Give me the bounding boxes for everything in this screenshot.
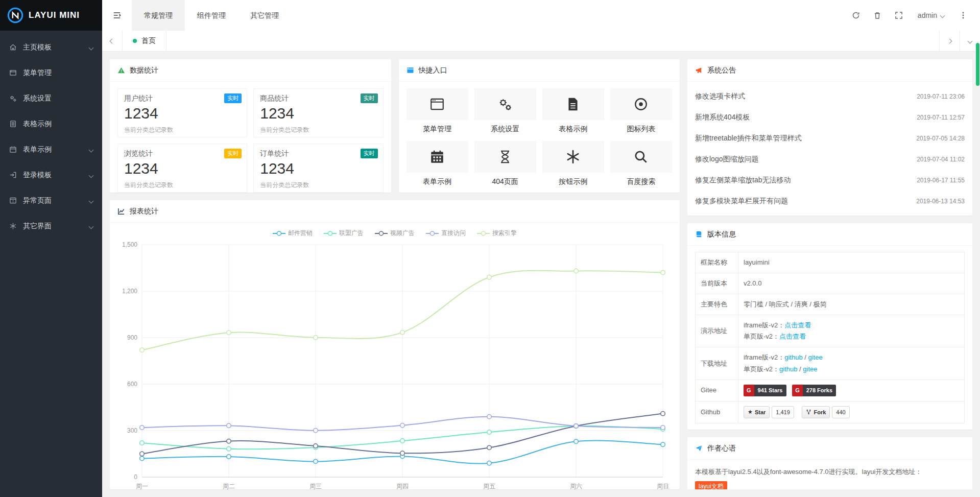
- shortcut-icon-list[interactable]: 图标列表: [610, 88, 672, 134]
- legend-item[interactable]: 搜索引擎: [477, 229, 517, 238]
- version-row-label: 演示地址: [696, 315, 738, 347]
- legend-item[interactable]: 视频广告: [375, 229, 415, 238]
- logo-icon: [7, 7, 23, 23]
- github-fork-count: 440: [832, 406, 849, 419]
- shortcut-baidu-search[interactable]: 百度搜索: [610, 141, 672, 186]
- gears-icon: [497, 97, 513, 112]
- stat-panel-views: 浏览统计 实时 1234 当前分类总记录数: [117, 144, 247, 193]
- user-menu[interactable]: admin: [910, 11, 952, 19]
- notice-item[interactable]: 修改选项卡样式 2019-07-11 23:06: [695, 86, 965, 107]
- shortcut-button-example[interactable]: 按钮示例: [542, 141, 604, 186]
- sidebar-item-menu-management[interactable]: 菜单管理: [0, 60, 102, 86]
- fullscreen-icon[interactable]: [888, 0, 910, 31]
- stat-value: 1234: [260, 160, 376, 177]
- version-row-label: 框架名称: [696, 252, 738, 273]
- window-icon: [9, 69, 17, 77]
- notice-item[interactable]: 修改logo图缩放问题 2019-07-04 11:02: [695, 149, 965, 170]
- scrollbar-thumb[interactable]: [976, 43, 979, 86]
- stats-card-header: 数据统计: [110, 59, 391, 82]
- version-card-title: 版本信息: [707, 230, 736, 239]
- svg-text:周五: 周五: [483, 483, 495, 489]
- shortcut-system-settings[interactable]: 系统设置: [474, 88, 536, 134]
- notice-text: 修改选项卡样式: [695, 92, 745, 101]
- author-text: 本模板基于layui2.5.4以及font-awesome-4.7.0进行实现。…: [687, 460, 972, 489]
- username: admin: [918, 11, 937, 19]
- top-tab-other-management[interactable]: 其它管理: [238, 0, 291, 31]
- sidebar-item-label: 菜单管理: [23, 68, 93, 78]
- separator: /: [804, 353, 806, 361]
- notice-date: 2019-06-17 11:55: [917, 177, 965, 184]
- shortcut-label: 图标列表: [610, 125, 672, 134]
- sidebar-menu: 主页模板 菜单管理 系统设置 表格示例 表单示例 登录模板 异常页面: [0, 31, 102, 239]
- sidebar-item-table-example[interactable]: 表格示例: [0, 111, 102, 137]
- notice-item[interactable]: 修复左侧菜单缩放tab无法移动 2019-06-17 11:55: [695, 170, 965, 191]
- legend-item[interactable]: 邮件营销: [273, 229, 313, 238]
- sidebar-item-other-ui[interactable]: 其它界面: [0, 214, 102, 239]
- stat-value: 1234: [124, 105, 241, 122]
- sidebar-item-system-settings[interactable]: 系统设置: [0, 86, 102, 111]
- gitee-stars-count: 941 Stars: [754, 385, 786, 396]
- clear-cache-icon[interactable]: [867, 0, 888, 31]
- svg-text:0: 0: [134, 474, 137, 481]
- notice-item[interactable]: 修复多模块菜单栏展开有问题 2019-06-13 14:53: [695, 191, 965, 211]
- top-tab-normal-management[interactable]: 常规管理: [132, 0, 185, 31]
- svg-text:900: 900: [127, 334, 137, 341]
- notice-item[interactable]: 新增treetable插件和菜单管理样式 2019-07-05 14:28: [695, 128, 965, 149]
- sidebar-item-form-example[interactable]: 表单示例: [0, 137, 102, 162]
- main-content: 数据统计 用户统计 实时 1234 当前分类总记录数 商品统计 实时: [102, 52, 980, 497]
- realtime-badge: 实时: [361, 149, 378, 158]
- author-card-header: 作者心语: [687, 437, 972, 460]
- app-title: LAYUI MINI: [29, 10, 80, 20]
- gitee-forks-badge[interactable]: G278 Forks: [792, 385, 836, 396]
- header: 常规管理 组件管理 其它管理 admin: [102, 0, 980, 31]
- chevron-down-icon: [89, 173, 94, 178]
- current-version: v2.0.0: [738, 273, 965, 294]
- hourglass-icon: [497, 149, 513, 164]
- shortcut-form-example[interactable]: 表单示例: [407, 141, 468, 186]
- legend-item[interactable]: 直接访问: [426, 229, 466, 238]
- shortcut-404-page[interactable]: 404页面: [474, 141, 536, 186]
- svg-text:周二: 周二: [223, 483, 235, 489]
- stat-desc: 当前分类总记录数: [260, 126, 376, 134]
- svg-text:周三: 周三: [309, 483, 322, 489]
- stat-value: 1234: [124, 160, 241, 177]
- legend-item[interactable]: 联盟广告: [324, 229, 364, 238]
- gitee-badges: G941 Stars G278 Forks: [738, 380, 965, 401]
- fork-icon: [806, 409, 811, 415]
- page-tabbar: 首页: [102, 31, 980, 52]
- stat-panel-orders: 订单统计 实时 1234 当前分类总记录数: [253, 144, 383, 193]
- sidebar-item-login-template[interactable]: 登录模板: [0, 162, 102, 188]
- shortcut-label: 表单示例: [407, 177, 468, 186]
- version-row-label: 主要特色: [696, 294, 738, 315]
- version-card: 版本信息 框架名称 layuimini 当前版本 v2.0.0 主要特色 零门槛…: [687, 223, 972, 430]
- stat-panel-goods: 商品统计 实时 1234 当前分类总记录数: [253, 88, 383, 137]
- shortcut-menu-management[interactable]: 菜单管理: [407, 88, 468, 134]
- github-link[interactable]: github: [784, 353, 802, 361]
- tab-scroll-left-button[interactable]: [102, 31, 123, 51]
- github-link[interactable]: github: [779, 365, 797, 373]
- notice-item[interactable]: 新增系统404模板 2019-07-11 12:57: [695, 107, 965, 128]
- tab-home[interactable]: 首页: [123, 31, 166, 51]
- sidebar-item-home-template[interactable]: 主页模板: [0, 35, 102, 60]
- demo-spa-link[interactable]: 点击查看: [779, 333, 806, 340]
- author-card: 作者心语 本模板基于layui2.5.4以及font-awesome-4.7.0…: [687, 437, 972, 489]
- shortcut-table-example[interactable]: 表格示例: [542, 88, 604, 134]
- gitee-link[interactable]: gitee: [808, 353, 822, 361]
- notice-card-header: 系统公告: [687, 59, 972, 82]
- collapse-menu-button[interactable]: [102, 0, 132, 31]
- gitee-link[interactable]: gitee: [803, 365, 817, 373]
- gitee-stars-badge[interactable]: G941 Stars: [744, 385, 786, 396]
- more-vertical-icon[interactable]: [952, 0, 974, 31]
- demo-iframe-link[interactable]: 点击查看: [784, 321, 811, 329]
- refresh-icon[interactable]: [845, 0, 867, 31]
- github-star-button[interactable]: ★Star 1,419: [744, 406, 794, 419]
- layui-doc-badge[interactable]: layui文档: [695, 481, 727, 489]
- sidebar-item-label: 其它界面: [23, 222, 89, 231]
- chart-legend: 邮件营销联盟广告视频广告直接访问搜索引擎: [110, 223, 680, 238]
- github-fork-button[interactable]: Fork 440: [802, 406, 849, 419]
- active-tab-dot-icon: [133, 39, 137, 43]
- sidebar-item-error-pages[interactable]: 异常页面: [0, 188, 102, 214]
- logo[interactable]: LAYUI MINI: [0, 0, 102, 31]
- top-tab-component-management[interactable]: 组件管理: [185, 0, 238, 31]
- tab-scroll-right-button[interactable]: [939, 31, 960, 51]
